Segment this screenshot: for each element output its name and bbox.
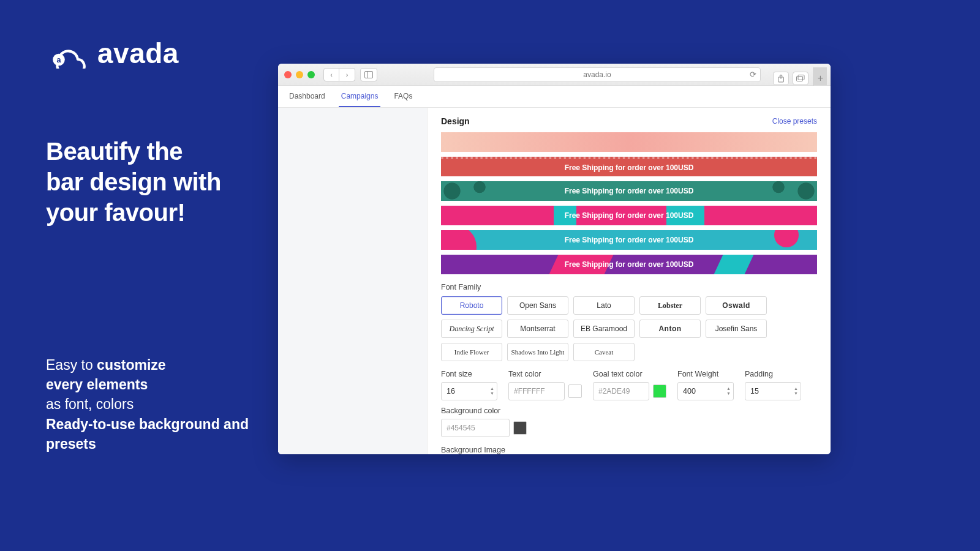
preset-bar-text: Free Shipping for order over 100USD: [565, 260, 694, 269]
goal-text-color-swatch[interactable]: [653, 384, 666, 398]
page-tabs: DashboardCampaignsFAQs: [278, 86, 831, 108]
preset-bar[interactable]: Free Shipping for order over 100USD: [441, 181, 817, 201]
background-color-swatch[interactable]: [513, 421, 527, 435]
back-button[interactable]: ‹: [323, 68, 339, 81]
font-family-label: Font Family: [441, 283, 817, 291]
goal-text-color-input[interactable]: #2ADE49: [593, 382, 649, 400]
font-weight-input[interactable]: 400 ▲▼: [677, 382, 734, 400]
font-option-anton[interactable]: Anton: [639, 320, 701, 338]
font-weight-spinner[interactable]: ▲▼: [726, 386, 731, 396]
font-option-montserrat[interactable]: Montserrat: [507, 320, 568, 338]
font-option-indie-flower[interactable]: Indie Flower: [441, 343, 502, 361]
font-option-lobster[interactable]: Lobster: [639, 296, 701, 315]
background-color-input[interactable]: #454545: [441, 419, 510, 437]
background-color-label: Background color: [441, 407, 527, 415]
font-size-label: Font size: [441, 370, 497, 378]
text-color-swatch[interactable]: [568, 384, 582, 398]
minimize-window-icon[interactable]: [296, 71, 303, 78]
preset-bars: Free Shipping for order over 100USDFree …: [441, 132, 817, 274]
close-window-icon[interactable]: [284, 71, 292, 78]
font-weight-label: Font Weight: [677, 370, 734, 378]
font-option-open-sans[interactable]: Open Sans: [507, 296, 568, 315]
preset-bar[interactable]: [441, 132, 817, 152]
left-rail: [278, 108, 428, 454]
font-weight-field: Font Weight 400 ▲▼: [677, 370, 734, 400]
font-option-eb-garamood[interactable]: EB Garamood: [573, 320, 635, 338]
cloud-icon: a: [46, 38, 89, 69]
preset-bar[interactable]: Free Shipping for order over 100USD: [441, 230, 817, 250]
design-panel: Design Close presets Free Shipping for o…: [428, 108, 831, 454]
text-color-input[interactable]: #FFFFFF: [508, 382, 565, 400]
brand-name: avada: [97, 37, 179, 70]
svg-rect-6: [798, 75, 804, 80]
font-size-spinner[interactable]: ▲▼: [490, 386, 494, 396]
page: DashboardCampaignsFAQs Design Close pres…: [278, 86, 831, 454]
address-text: avada.io: [583, 70, 611, 79]
font-option-caveat[interactable]: Caveat: [573, 343, 635, 361]
goal-text-color-label: Goal text color: [593, 370, 666, 378]
browser-chrome: ‹ › avada.io ⟳ +: [278, 64, 831, 86]
padding-label: Padding: [745, 370, 801, 378]
text-color-field: Text color #FFFFFF: [508, 370, 582, 400]
font-option-josefin-sans[interactable]: Josefin Sans: [706, 320, 767, 338]
padding-spinner[interactable]: ▲▼: [794, 386, 798, 396]
font-family-options: RobotoOpen SansLatoLobsterOswaldDancing …: [441, 296, 817, 361]
goal-text-color-field: Goal text color #2ADE49: [593, 370, 666, 400]
font-option-lato[interactable]: Lato: [573, 296, 635, 315]
headline: Beautify thebar design withyour favour!: [46, 136, 221, 228]
close-presets-link[interactable]: Close presets: [772, 117, 817, 126]
font-option-dancing-script[interactable]: Dancing Script: [441, 320, 502, 338]
background-image-label: Background Image: [441, 446, 817, 454]
browser-window: ‹ › avada.io ⟳ + DashboardCampaignsFAQs: [278, 64, 831, 454]
preset-bar-text: Free Shipping for order over 100USD: [565, 187, 694, 195]
preset-bar-text: Free Shipping for order over 100USD: [565, 211, 694, 220]
preset-bar-text: Free Shipping for order over 100USD: [565, 163, 694, 172]
font-size-field: Font size 16 ▲▼: [441, 370, 497, 400]
tab-campaigns[interactable]: Campaigns: [339, 86, 381, 107]
zoom-window-icon[interactable]: [307, 71, 315, 78]
padding-field: Padding 15 ▲▼: [745, 370, 801, 400]
font-option-shadows-into-light[interactable]: Shadows Into Light: [507, 343, 568, 361]
tab-faqs[interactable]: FAQs: [391, 86, 415, 107]
font-size-input[interactable]: 16 ▲▼: [441, 382, 497, 400]
address-bar[interactable]: avada.io ⟳: [434, 67, 761, 82]
sidebar-toggle-button[interactable]: [360, 68, 377, 81]
tab-dashboard[interactable]: Dashboard: [287, 86, 328, 107]
preset-bar[interactable]: Free Shipping for order over 100USD: [441, 157, 817, 176]
font-option-oswald[interactable]: Oswald: [706, 296, 767, 315]
preset-bar[interactable]: Free Shipping for order over 100USD: [441, 255, 817, 274]
reload-icon[interactable]: ⟳: [750, 70, 756, 79]
tabs-button[interactable]: [793, 72, 809, 85]
panel-title: Design: [441, 116, 470, 126]
background-color-field: Background color #454545: [441, 407, 527, 437]
brand-logo: a avada: [46, 37, 266, 70]
subcopy: Easy to customizeevery elementsas font, …: [46, 355, 266, 454]
svg-text:a: a: [56, 56, 61, 64]
marketing-column: a avada Beautify thebar design withyour …: [46, 37, 266, 70]
text-color-label: Text color: [508, 370, 582, 378]
font-option-roboto[interactable]: Roboto: [441, 296, 502, 315]
forward-button[interactable]: ›: [339, 68, 355, 81]
share-button[interactable]: [773, 72, 789, 85]
padding-input[interactable]: 15 ▲▼: [745, 382, 801, 400]
traffic-lights: [284, 71, 315, 78]
preset-bar[interactable]: Free Shipping for order over 100USD: [441, 206, 817, 225]
svg-rect-2: [365, 71, 373, 78]
preset-bar-text: Free Shipping for order over 100USD: [565, 236, 694, 244]
svg-rect-5: [797, 77, 803, 81]
